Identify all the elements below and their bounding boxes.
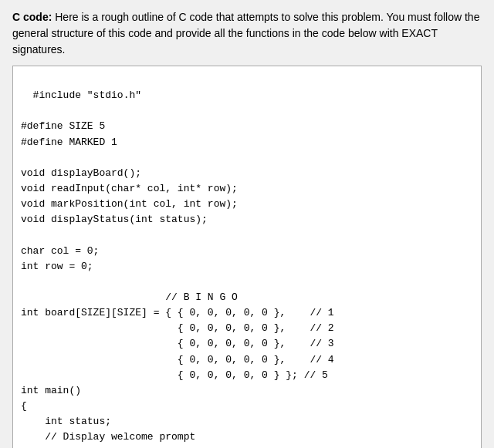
code-content: #include "stdio.h" #define SIZE 5 #defin… bbox=[21, 89, 334, 448]
description-label: C code: bbox=[12, 11, 52, 23]
description-text: Here is a rough outline of C code that a… bbox=[12, 11, 479, 56]
description-area: C code: Here is a rough outline of C cod… bbox=[12, 9, 482, 58]
code-block: #include "stdio.h" #define SIZE 5 #defin… bbox=[12, 66, 482, 448]
